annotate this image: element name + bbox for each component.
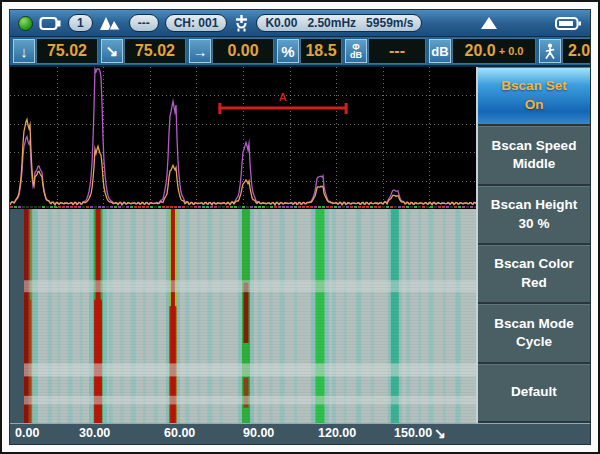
menu-label-line1: Bscan Color <box>494 255 574 274</box>
plot-area <box>10 67 476 423</box>
menu-item-default[interactable]: Default <box>478 364 590 423</box>
menu-label-line2: Cycle <box>516 333 552 352</box>
phi-db-value: --- <box>368 38 426 64</box>
projection-value: 0.00 <box>212 38 274 64</box>
status-bar: 1 --- CH: 001 K0.00 2.50mHz 5959m/s <box>10 10 590 37</box>
menu-label-line1: Bscan Mode <box>494 315 574 334</box>
ascan-display <box>10 67 476 209</box>
axis-tick-0: 0.00 <box>15 426 39 440</box>
range-axis: 0.00 30.00 60.00 90.00 120.00 150.00 ↘ <box>10 423 590 444</box>
depth-value: 75.02 <box>36 38 98 64</box>
walker-icon <box>539 39 561 63</box>
arrow-down-right-icon: ↘ <box>101 39 123 63</box>
phi-db-icon: Φ dB <box>345 39 367 63</box>
screen: 1 --- CH: 001 K0.00 2.50mHz 5959m/s <box>9 9 591 445</box>
readout-soundpath: ↘ 75.02 <box>101 38 186 64</box>
arrow-right-icon: → <box>189 39 211 63</box>
menu-label-line1: Default <box>511 383 557 402</box>
amplitude-value: 18.5 <box>300 38 342 64</box>
memory-card-icon <box>39 16 62 31</box>
up-triangle-icon <box>480 16 498 30</box>
menu-item-bscan-mode[interactable]: Bscan Mode Cycle <box>478 304 590 363</box>
db-icon: dB <box>429 39 451 63</box>
menu-item-bscan-speed[interactable]: Bscan Speed Middle <box>478 126 590 185</box>
axis-tick-60: 60.00 <box>164 426 195 440</box>
dots-badge: --- <box>129 14 159 32</box>
axis-direction-arrow-icon: ↘ <box>434 425 446 441</box>
readout-amplitude: % 18.5 <box>277 38 342 64</box>
menu-label-line2: 30 % <box>519 215 550 234</box>
readout-phi-db: Φ dB --- <box>345 38 426 64</box>
gain-value: 20.0 + 0.0 <box>452 38 536 64</box>
bscan-display <box>10 209 476 425</box>
db-glyph: dB <box>350 51 362 59</box>
readout-depth: ↓ 75.02 <box>13 38 98 64</box>
arrow-down-icon: ↓ <box>13 39 35 63</box>
menu-label-line1: Bscan Set <box>501 77 566 96</box>
memory-slot-badge: 1 <box>68 14 93 32</box>
instrument-screen-frame: 1 --- CH: 001 K0.00 2.50mHz 5959m/s <box>0 0 600 454</box>
probe-triangles-icon <box>99 15 123 31</box>
probe-info-badge: K0.00 2.50mHz 5959m/s <box>256 14 422 32</box>
menu-item-bscan-height[interactable]: Bscan Height 30 % <box>478 186 590 245</box>
probe-velocity: 5959m/s <box>366 15 413 31</box>
transducer-plug-icon <box>233 14 250 33</box>
channel-badge: CH: 001 <box>165 14 228 32</box>
menu-label-line2: Middle <box>513 155 556 174</box>
menu-label-line2: On <box>525 96 544 115</box>
menu-label-line1: Bscan Speed <box>492 137 577 156</box>
readout-bar: ↓ 75.02 ↘ 75.02 → 0.00 % 18.5 Φ dB <box>10 37 590 67</box>
axis-tick-120: 120.00 <box>318 426 356 440</box>
menu-item-bscan-set[interactable]: Bscan Set On <box>478 67 590 126</box>
readout-projection: → 0.00 <box>189 38 274 64</box>
axis-tick-90: 90.00 <box>243 426 274 440</box>
menu-label-line2: Red <box>521 274 547 293</box>
axis-tick-30: 30.00 <box>79 426 110 440</box>
menu-item-bscan-color[interactable]: Bscan Color Red <box>478 245 590 304</box>
gain-base: 20.0 <box>465 42 496 60</box>
battery-icon <box>555 16 582 31</box>
main-area: Bscan Set On Bscan Speed Middle Bscan He… <box>10 67 590 423</box>
status-led-icon <box>18 16 33 31</box>
function-menu: Bscan Set On Bscan Speed Middle Bscan He… <box>476 67 590 423</box>
readout-gain: dB 20.0 + 0.0 <box>429 38 536 64</box>
soundpath-value: 75.02 <box>124 38 186 64</box>
percent-icon: % <box>277 39 299 63</box>
probe-k-value: K0.00 <box>265 15 297 31</box>
readout-scan-speed: 2.0 <box>539 38 591 64</box>
gain-offset: + 0.0 <box>499 45 524 57</box>
menu-label-line1: Bscan Height <box>491 196 577 215</box>
axis-tick-150: 150.00 <box>394 426 432 440</box>
scan-speed-value: 2.0 <box>562 38 591 64</box>
probe-frequency: 2.50mHz <box>307 15 356 31</box>
